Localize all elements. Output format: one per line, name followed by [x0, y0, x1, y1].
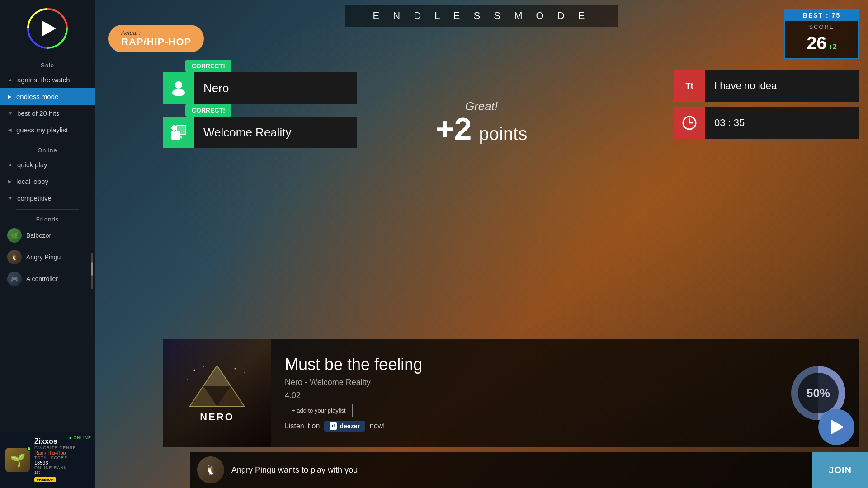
- section-online-label: Online: [38, 147, 57, 154]
- pyramid-svg: [181, 363, 253, 408]
- correct-badge-2: CORRECT!: [185, 104, 231, 117]
- main-content: E N D L E S S M O D E BEST : 75 SCORE 26…: [95, 0, 868, 488]
- friend-avatar-angry: 🐧: [7, 250, 22, 264]
- album-artist-name: NERO: [200, 411, 234, 423]
- notification-bar: 🐧 Angry Pingu wants to play with you JOI…: [190, 452, 868, 488]
- sidebar: Solo ▲ against the watch ▶ endless mode …: [0, 0, 95, 488]
- arrow-icon-endless: ▶: [8, 94, 12, 99]
- svg-point-1: [172, 89, 185, 96]
- divider-solo: [16, 56, 79, 56]
- sidebar-item-local-lobby[interactable]: ▶ local lobby: [0, 173, 95, 190]
- answer-text-1[interactable]: Nero: [194, 72, 357, 104]
- score-label: SCORE: [785, 21, 858, 31]
- notif-avatar: 🐧: [197, 456, 224, 483]
- correct-badge-1: CORRECT!: [185, 60, 231, 72]
- rank-label: ONLINE RANK: [34, 465, 90, 470]
- actual-badge: Actual : RAP/HIP-HOP: [108, 25, 204, 52]
- svg-point-3: [171, 125, 177, 131]
- listen-label: Listen it on: [285, 422, 320, 430]
- arrow-icon-quick: ▲: [8, 162, 13, 167]
- total-score-label: TOTAL SCORE: [34, 455, 90, 460]
- online-label: ● ONLINE: [69, 436, 91, 440]
- sidebar-item-label: against the watch: [17, 76, 70, 84]
- user-info: ● ONLINE Zixxos FAVORITE GENRE Rap / Hip…: [34, 437, 90, 483]
- points-value: +2: [436, 113, 472, 145]
- section-friends-label: Friends: [36, 216, 59, 223]
- svg-rect-5: [171, 131, 180, 140]
- score-best: BEST : 75: [785, 10, 858, 21]
- answer-options: Tt I have no idea 03 : 35: [674, 70, 859, 139]
- sidebar-item-label: endless mode: [16, 93, 58, 100]
- song-title: Must be the feeling: [285, 355, 764, 374]
- score-plus: +2: [829, 43, 837, 51]
- premium-badge: PREMIUM: [34, 477, 56, 482]
- top-bar: E N D L E S S M O D E: [95, 0, 868, 32]
- app-logo[interactable]: [27, 8, 68, 49]
- score-value-row: 26 +2: [785, 31, 858, 58]
- notification-text: Angry Pingu wants to play with you: [231, 465, 812, 475]
- play-triangle-icon: [831, 420, 844, 434]
- add-playlist-button[interactable]: + add to your playlist: [285, 404, 353, 417]
- arrow-icon-against: ▲: [8, 77, 13, 82]
- sidebar-item-best20[interactable]: ▼ best of 20 hits: [0, 105, 95, 122]
- option-icon-text: Tt: [674, 70, 705, 102]
- add-playlist-label: + add to your playlist: [292, 407, 346, 414]
- friend-avatar-balbozor: 🌿: [7, 228, 22, 243]
- sidebar-item-quick-play[interactable]: ▲ quick play: [0, 156, 95, 173]
- friend-name-angry: Angry Pingu: [26, 253, 61, 261]
- option-row-1: Tt I have no idea: [674, 70, 859, 102]
- answer-text-2[interactable]: Welcome Reality: [194, 117, 357, 148]
- sidebar-item-against-watch[interactable]: ▲ against the watch: [0, 71, 95, 88]
- album-art: NERO: [163, 339, 271, 447]
- play-icon: [42, 20, 56, 37]
- song-details: Must be the feeling Nero - Welcome Reali…: [271, 344, 778, 442]
- answer-icon-album: [163, 117, 194, 148]
- scrollbar-thumb: [91, 262, 93, 276]
- svg-point-0: [175, 81, 182, 89]
- svg-point-19: [187, 379, 188, 380]
- friend-item-angry-pingu[interactable]: 🐧 Angry Pingu: [0, 246, 95, 268]
- game-area: CORRECT! Nero CORRECT! Wel: [163, 72, 357, 154]
- answer-icon-person: [163, 72, 194, 104]
- sidebar-item-label: best of 20 hits: [17, 109, 59, 117]
- listen-row: Listen it on d deezer now!: [285, 421, 764, 432]
- song-artist-album: Nero - Welcome Reality: [285, 378, 764, 387]
- actual-genre: RAP/HIP-HOP: [121, 36, 191, 48]
- song-duration: 4:02: [285, 391, 764, 400]
- points-label: points: [479, 124, 528, 144]
- divider-friends: [16, 209, 79, 210]
- play-button-large[interactable]: [818, 409, 854, 445]
- album-art-inner: NERO: [163, 339, 271, 447]
- score-panel: BEST : 75 SCORE 26 +2: [784, 9, 859, 59]
- sidebar-item-label: competitive: [17, 194, 52, 202]
- online-indicator: [27, 446, 31, 451]
- svg-marker-13: [217, 386, 244, 406]
- option-text-1[interactable]: I have no idea: [705, 70, 859, 102]
- fav-genre-value: Rap / Hip-Hop: [34, 450, 90, 455]
- scrollbar[interactable]: [91, 253, 93, 289]
- total-score-value: 18596: [34, 460, 90, 465]
- actual-label: Actual :: [121, 29, 191, 36]
- sidebar-item-guess-playlist[interactable]: ◀ guess my playlist: [0, 122, 95, 138]
- svg-point-18: [244, 372, 245, 373]
- svg-marker-12: [190, 386, 217, 406]
- sidebar-item-endless-mode[interactable]: ▶ endless mode: [0, 88, 95, 105]
- arrow-icon-local: ▶: [8, 179, 12, 184]
- friend-item-balbozor[interactable]: 🌿 Balbozor: [0, 225, 95, 246]
- friend-item-controller[interactable]: 🎮 A controller: [0, 268, 95, 290]
- friend-avatar-controller: 🎮: [7, 272, 22, 286]
- deezer-logo: d: [330, 422, 337, 430]
- deezer-button[interactable]: d deezer: [324, 421, 365, 432]
- sidebar-item-competitive[interactable]: ▼ competitive: [0, 190, 95, 206]
- svg-point-15: [194, 370, 195, 371]
- sidebar-item-label: local lobby: [16, 178, 48, 185]
- sidebar-item-label: quick play: [17, 161, 47, 169]
- section-solo-label: Solo: [41, 62, 54, 69]
- option-text-2[interactable]: 03 : 35: [705, 107, 859, 139]
- rank-value: 1st: [34, 470, 90, 474]
- user-avatar: 🌱: [5, 448, 30, 472]
- user-panel: 🌱 ● ONLINE Zixxos FAVORITE GENRE Rap / H…: [0, 432, 95, 488]
- arrow-icon-best20: ▼: [8, 111, 13, 116]
- option-icon-timer: [674, 107, 705, 139]
- join-button[interactable]: JOIN: [812, 452, 868, 488]
